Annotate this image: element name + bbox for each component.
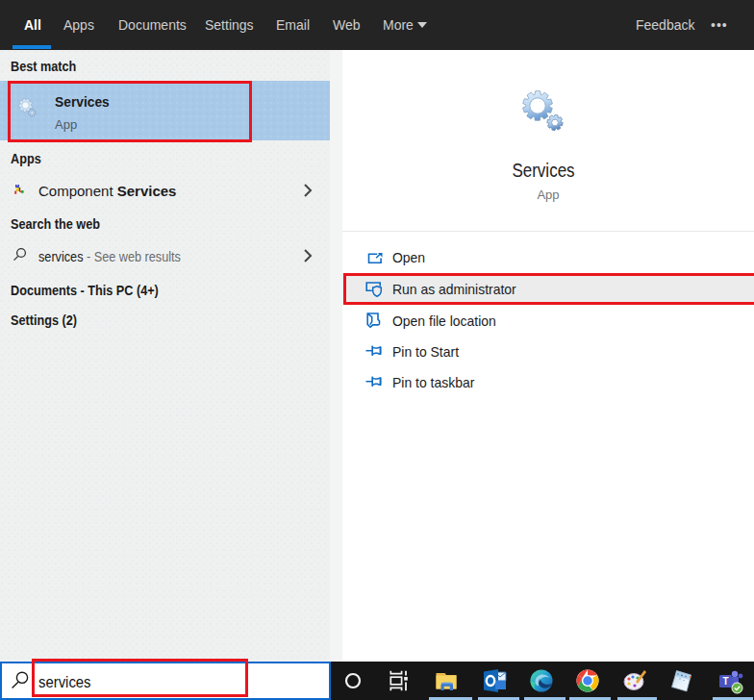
svg-text:T: T <box>722 676 728 687</box>
